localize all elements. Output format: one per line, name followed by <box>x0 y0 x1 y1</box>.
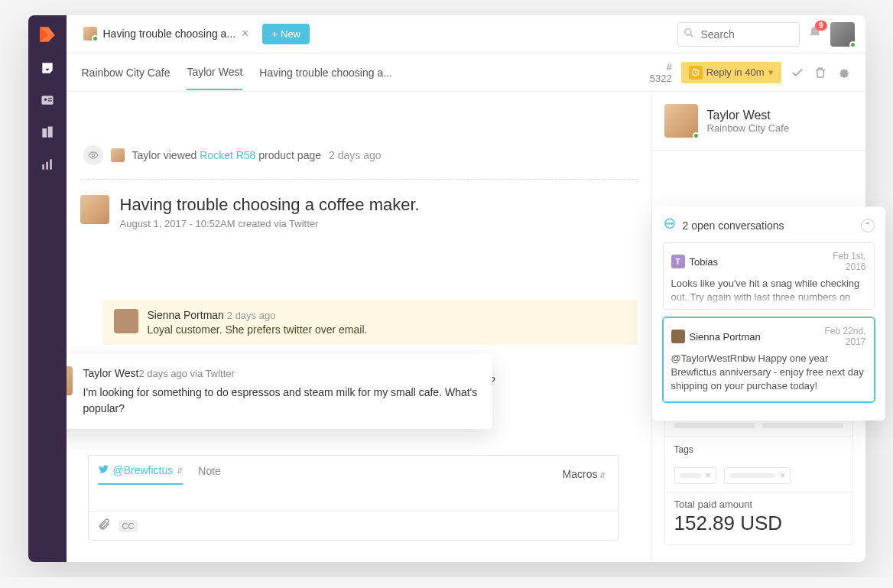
reply-handle: @Brewfictus <box>113 464 174 476</box>
cc-button[interactable]: CC <box>119 520 138 532</box>
open-conversations-panel: 2 open conversations ⌃ T Tobias Feb 1st,… <box>652 206 885 421</box>
conv-date: Feb 1st, 2016 <box>813 251 866 272</box>
plus-icon: + <box>271 28 278 40</box>
nav-rail <box>28 15 67 562</box>
svg-point-11 <box>667 223 668 225</box>
created-at-skeleton <box>762 423 843 428</box>
search-box <box>677 22 800 47</box>
search-icon <box>684 28 694 41</box>
total-paid-label: Total paid amount <box>665 492 852 510</box>
ticket-number: # 5322 <box>650 61 672 84</box>
chat-icon <box>663 217 677 233</box>
tag-remove-icon[interactable]: × <box>706 470 711 481</box>
customer-name: Taylor West <box>83 367 139 379</box>
open-tab[interactable]: Having trouble choosing a... × <box>77 24 255 45</box>
breadcrumb-subject[interactable]: Having trouble choosing a... <box>259 67 392 89</box>
conv-date: Feb 22nd, 2017 <box>813 326 866 347</box>
conv-body: @TaylorWestRnbw Happy one year Brewfictu… <box>671 352 866 394</box>
attachment-icon[interactable] <box>98 518 111 534</box>
topbar: Having trouble choosing a... × + New 9 <box>67 15 865 54</box>
clock-icon <box>689 66 703 80</box>
notifications-button[interactable]: 9 <box>807 25 823 44</box>
search-input[interactable] <box>677 22 800 47</box>
notif-badge: 9 <box>815 21 827 31</box>
tab-title: Having trouble choosing a... <box>103 28 236 40</box>
svg-rect-4 <box>42 164 44 170</box>
conv-author: Tobias <box>690 256 719 268</box>
subject-meta: August 1, 2017 - 10:52AM created via Twi… <box>120 218 420 229</box>
event-verb: viewed <box>164 149 197 161</box>
subject-block: Having trouble choosing a coffee maker. … <box>80 195 638 229</box>
new-button-label: New <box>281 28 300 40</box>
event-time: 2 days ago <box>329 149 382 161</box>
customer-msg-meta: 2 days ago via Twitter <box>138 368 235 379</box>
svg-rect-3 <box>47 127 52 138</box>
nav-reports-icon[interactable] <box>39 156 56 173</box>
chevron-down-icon: ▾ <box>768 67 774 78</box>
event-link[interactable]: Rocket R58 <box>200 149 255 161</box>
gear-icon[interactable] <box>836 66 850 80</box>
note-time: 2 days ago <box>227 310 276 321</box>
tags-label: Tags <box>674 444 843 455</box>
conversation-item[interactable]: T Tobias Feb 1st, 2016 Looks like you've… <box>663 242 875 310</box>
reply-timer-badge[interactable]: Reply in 40m ▾ <box>681 62 781 83</box>
open-conversations-heading: 2 open conversations <box>683 219 784 232</box>
view-event: Taylor viewed Rocket R58 product page 2 … <box>80 145 638 165</box>
tag-chip[interactable]: × <box>724 467 791 484</box>
macros-button[interactable]: Macros⇵ <box>563 468 609 480</box>
close-icon[interactable]: × <box>242 27 248 41</box>
reply-box: @Brewfictus ⇵ Note Macros⇵ CC <box>88 455 619 541</box>
customer-msg-body: I'm looking for something to do espresso… <box>83 385 479 417</box>
customer-header: Taylor West Rainbow City Cafe <box>652 92 865 151</box>
note-avatar <box>114 309 138 333</box>
note-author: Sienna Portman <box>148 309 224 321</box>
eye-icon <box>83 145 103 165</box>
app-logo-icon <box>37 24 57 44</box>
nav-contacts-icon[interactable] <box>39 92 56 109</box>
reply-tab-note[interactable]: Note <box>198 465 221 483</box>
user-avatar[interactable] <box>830 22 855 47</box>
subject-avatar <box>80 195 109 224</box>
customer-message-card: Taylor West2 days ago via Twitter I'm lo… <box>67 354 492 429</box>
event-suffix: product page <box>258 149 321 161</box>
tab-avatar <box>83 27 97 41</box>
svg-point-1 <box>44 99 46 101</box>
check-icon[interactable] <box>791 66 804 80</box>
customer-sidebar-avatar <box>664 104 698 138</box>
reply-textarea[interactable] <box>89 485 618 511</box>
svg-point-13 <box>671 223 673 225</box>
customer-avatar <box>67 366 73 395</box>
collapse-icon[interactable]: ⌃ <box>861 219 875 232</box>
tag-chip[interactable]: × <box>674 467 716 484</box>
new-button[interactable]: + New <box>262 24 310 44</box>
order-id-skeleton <box>674 423 755 428</box>
svg-rect-2 <box>42 128 47 138</box>
customer-sidebar-name: Taylor West <box>707 109 790 122</box>
conv-avatar-initial: T <box>671 255 685 268</box>
svg-rect-0 <box>41 96 53 105</box>
internal-note: Sienna Portman 2 days ago Loyal customer… <box>103 300 638 345</box>
breadcrumb-person[interactable]: Taylor West <box>187 66 242 90</box>
customer-sidebar-org: Rainbow City Cafe <box>707 122 790 134</box>
breadcrumb-bar: Rainbow City Cafe Taylor West Having tro… <box>67 54 865 92</box>
breadcrumb-org[interactable]: Rainbow City Cafe <box>82 67 170 89</box>
customer-sidebar: Taylor West Rainbow City Cafe 2 open con… <box>651 92 865 562</box>
twitter-icon <box>98 463 109 477</box>
conv-author: Sienna Portman <box>690 331 761 343</box>
tag-remove-icon[interactable]: × <box>780 470 785 481</box>
subject-title: Having trouble choosing a coffee maker. <box>120 195 420 215</box>
nav-inbox-icon[interactable] <box>39 60 56 76</box>
conversation-item[interactable]: Sienna Portman Feb 22nd, 2017 @TaylorWes… <box>663 317 875 402</box>
svg-rect-6 <box>50 159 52 169</box>
trash-icon[interactable] <box>813 66 827 80</box>
total-paid-value: 152.89 USD <box>665 510 852 544</box>
svg-point-9 <box>92 154 95 157</box>
svg-point-7 <box>684 28 690 34</box>
reply-tab-twitter[interactable]: @Brewfictus ⇵ <box>98 463 183 485</box>
conv-avatar <box>671 330 685 343</box>
event-who: Taylor <box>132 149 161 161</box>
reply-timer-text: Reply in 40m <box>706 67 765 78</box>
svg-rect-5 <box>46 162 48 170</box>
sort-icon: ⇵ <box>177 466 183 475</box>
nav-org-icon[interactable] <box>39 124 56 141</box>
